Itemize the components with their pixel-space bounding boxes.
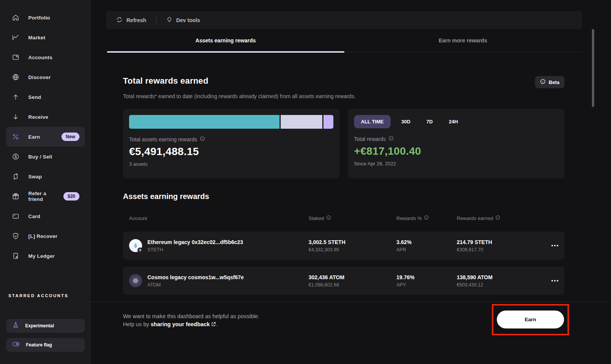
- info-icon[interactable]: [326, 215, 331, 221]
- line-chart-icon: [11, 33, 20, 42]
- sidebar-item-refer[interactable]: Refer a friend $20: [6, 186, 85, 206]
- vertical-scrollbar[interactable]: [592, 29, 594, 107]
- rate: 19.76%: [396, 274, 457, 280]
- rate-type: APY: [396, 282, 457, 288]
- refresh-icon: [116, 16, 123, 24]
- sidebar-item-my-ledger[interactable]: My Ledger: [6, 246, 85, 266]
- staked-fiat: €1,098,602.68: [309, 282, 396, 288]
- assets-allocation-bar: [129, 115, 333, 129]
- tab-bar: Assets earning rewards Earn more rewards: [107, 29, 582, 52]
- staked-amount: 3,002.5 STETH: [309, 239, 396, 245]
- rewards-since: Since Apr 26, 2022: [354, 161, 558, 167]
- rate-type: APR: [396, 247, 457, 252]
- atom-coin-icon: [129, 274, 142, 287]
- sidebar-item-earn[interactable]: Earn New: [6, 127, 85, 147]
- info-icon: [540, 79, 546, 86]
- total-assets-card: Total assets earning rewards €5,491,488.…: [123, 109, 339, 178]
- table-row[interactable]: Ethereum legacy 0x32ec02...df5b6c23 STET…: [123, 231, 564, 260]
- lightbulb-icon: [166, 16, 172, 24]
- info-icon[interactable]: [388, 136, 394, 142]
- toggle-icon: [12, 341, 20, 349]
- sidebar-item-swap[interactable]: Swap: [6, 167, 85, 186]
- sidebar-item-label: Receive: [28, 114, 48, 120]
- account-name: Cosmos legacy cosmos1w...w5qsf67e: [147, 274, 244, 280]
- sidebar-item-accounts[interactable]: Accounts: [6, 47, 85, 67]
- staked-fiat: €4,332,303.95: [309, 247, 396, 252]
- arrow-down-icon: [11, 113, 20, 121]
- range-30d[interactable]: 30D: [396, 115, 416, 128]
- gift-icon: [11, 192, 20, 201]
- info-icon[interactable]: [495, 215, 500, 221]
- dev-toolbar: Refresh Dev tools: [106, 11, 582, 29]
- sidebar-item-label: Swap: [28, 174, 42, 180]
- sidebar-item-discover[interactable]: Discover: [6, 67, 85, 87]
- total-rewards-card: ALL TIME 30D 7D 24H Total rewards +€817,…: [348, 109, 564, 178]
- range-24h[interactable]: 24H: [443, 115, 463, 128]
- page-title: Total rewards earned: [123, 76, 209, 86]
- refresh-button[interactable]: Refresh: [116, 16, 146, 24]
- tab-assets-earning-rewards[interactable]: Assets earning rewards: [107, 29, 344, 52]
- bar-segment-lavender: [281, 115, 322, 129]
- feedback-link[interactable]: sharing your feedback: [151, 321, 210, 327]
- home-icon: [11, 13, 20, 22]
- toolbar-divider: [156, 16, 157, 24]
- sidebar-item-recover[interactable]: [L] Recover: [6, 226, 85, 246]
- table-title: Assets earning rewards: [123, 192, 564, 201]
- account-ticker: ATOM: [147, 282, 244, 288]
- sidebar-item-portfolio[interactable]: Portfolio: [6, 8, 85, 28]
- ledger-device-icon: [11, 252, 20, 260]
- app-window: Portfolio Market Accounts Discover Send: [0, 0, 611, 364]
- sidebar-item-label: Accounts: [28, 55, 52, 60]
- experimental-label: Experimental: [25, 323, 54, 328]
- total-assets-value: €5,491,488.15: [129, 146, 333, 158]
- info-icon[interactable]: [424, 215, 429, 221]
- refresh-label: Refresh: [126, 17, 146, 23]
- sidebar-item-market[interactable]: Market: [6, 28, 85, 47]
- sidebar-item-label: Send: [28, 94, 41, 100]
- rate: 3.62%: [396, 239, 457, 245]
- range-7d[interactable]: 7D: [421, 115, 438, 128]
- earned-fiat: €503,430.12: [457, 282, 543, 288]
- tab-earn-more-rewards[interactable]: Earn more rewards: [344, 29, 582, 52]
- flask-icon: [12, 322, 19, 330]
- time-range-selector: ALL TIME 30D 7D 24H: [354, 115, 558, 128]
- external-link-icon: [211, 321, 216, 329]
- sidebar-item-buy-sell[interactable]: Buy / Sell: [6, 147, 85, 167]
- earn-button[interactable]: Earn: [497, 311, 564, 328]
- ellipsis-menu-icon[interactable]: [543, 245, 558, 246]
- percent-icon: [11, 133, 20, 141]
- sidebar-item-label: Portfolio: [28, 15, 50, 21]
- refer-badge: $20: [63, 192, 79, 201]
- ellipsis-menu-icon[interactable]: [543, 280, 558, 281]
- dev-tools-label: Dev tools: [176, 17, 200, 23]
- range-all-time[interactable]: ALL TIME: [354, 115, 391, 128]
- feedback-line1: We want to make this dashboard as helpfu…: [123, 312, 260, 320]
- main-panel: Refresh Dev tools Assets earning rewards…: [91, 0, 611, 364]
- credit-card-icon: [11, 212, 20, 220]
- beta-label: Beta: [549, 79, 559, 85]
- sidebar-item-label: Refer a friend: [28, 191, 55, 202]
- shield-check-icon: [11, 232, 20, 240]
- beta-badge: Beta: [535, 76, 564, 88]
- swap-arrows-icon: [11, 172, 20, 181]
- feature-flag-button[interactable]: Feature flag: [6, 338, 85, 352]
- sidebar-bottom: Experimental Feature flag: [0, 319, 91, 352]
- earned-fiat: €309,917.70: [457, 247, 543, 252]
- globe-icon: [11, 73, 20, 81]
- dev-tools-button[interactable]: Dev tools: [166, 16, 200, 24]
- info-icon[interactable]: [200, 136, 205, 142]
- total-assets-label: Total assets earning rewards: [129, 136, 197, 142]
- sidebar-item-receive[interactable]: Receive: [6, 107, 85, 127]
- sidebar-item-card[interactable]: Card: [6, 206, 85, 226]
- column-rewards-earned: Rewards earned: [457, 215, 543, 221]
- earned-amount: 138,590 ATOM: [457, 274, 543, 280]
- experimental-button[interactable]: Experimental: [6, 319, 85, 333]
- sidebar-item-send[interactable]: Send: [6, 87, 85, 107]
- table-row[interactable]: Cosmos legacy cosmos1w...w5qsf67e ATOM 3…: [123, 267, 564, 295]
- new-badge: New: [61, 133, 79, 141]
- dollar-circle-icon: [11, 152, 20, 161]
- column-staked: Staked: [309, 215, 396, 221]
- account-name: Ethereum legacy 0x32ec02...df5b6c23: [147, 239, 243, 245]
- sidebar-item-label: My Ledger: [28, 253, 55, 259]
- total-rewards-label: Total rewards: [354, 136, 386, 142]
